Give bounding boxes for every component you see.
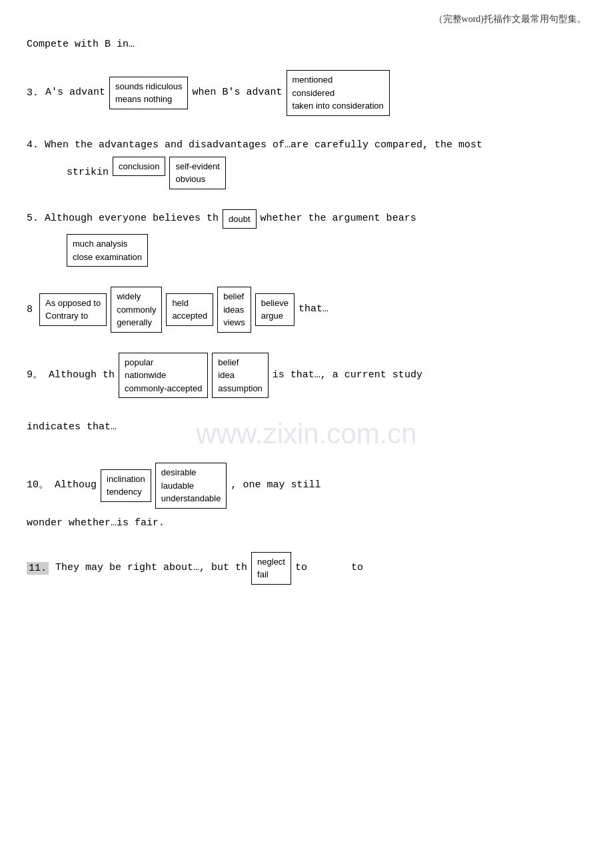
section-9-text1: 9。 Although th	[27, 367, 115, 383]
section-8-box3-line1: held	[172, 297, 207, 310]
section-10-text2: , one may still	[231, 477, 320, 493]
section-8-text1: that…	[299, 301, 328, 317]
section-9-box1-line3: commonly-accepted	[125, 382, 202, 395]
section-9-box2-line2: idea	[218, 369, 262, 382]
section-9: 9。 Although th popular nationwide common…	[27, 353, 586, 399]
compete-line: Compete with B in…	[27, 39, 586, 50]
section-8-box4-line1: belief	[223, 290, 245, 303]
section-8-box2-line1: widely	[117, 290, 156, 303]
section-9-box1-line1: popular	[125, 356, 202, 369]
section-8-box3: held accepted	[166, 293, 213, 326]
section-10-box1-line1: inclination	[107, 473, 145, 486]
section-8-box4-line3: views	[223, 316, 245, 329]
section-3: 3. A's advant sounds ridiculous means no…	[27, 70, 586, 116]
section-10-box2: desirable laudable understandable	[155, 463, 227, 509]
section-10-box1: inclination tendency	[101, 469, 151, 502]
section-8-box1: As opposed to Contrary to	[39, 293, 107, 326]
section-8-box4: belief ideas views	[217, 287, 251, 333]
section-10-box2-line2: laudable	[161, 479, 221, 493]
section-4-box2-line2: obvious	[175, 173, 219, 186]
section-4-text2: strikin	[67, 165, 109, 181]
section-11-box1-line1: neglect	[257, 555, 285, 569]
section-4: 4. When the advantages and disadvantages…	[27, 136, 586, 189]
section-9-box1: popular nationwide commonly-accepted	[119, 353, 208, 399]
section-5-box2: much analysis close examination	[67, 234, 148, 267]
section-10: 10。 Althoug inclination tendency desirab…	[27, 463, 586, 532]
section-11-num: 11.	[27, 562, 49, 575]
section-10-box2-line1: desirable	[161, 466, 221, 479]
section-11-box1-line2: fail	[257, 568, 285, 581]
section-9-text2: is that…, a current study	[273, 367, 422, 383]
section-3-box2-line3: taken into consideration	[293, 99, 384, 113]
section-3-box2-line2: considered	[293, 87, 384, 100]
section-4-box2-line1: self-evident	[175, 160, 219, 173]
section-8-box5: believe argue	[255, 293, 295, 326]
section-8-box5-line2: argue	[261, 309, 289, 323]
section-3-text1: A's advant	[45, 85, 105, 101]
section-8-box1-line2: Contrary to	[45, 309, 101, 323]
section-9-box2-line3: assumption	[218, 382, 262, 395]
section-9-box2: belief idea assumption	[212, 353, 268, 399]
section-8-box2-line3: generally	[117, 316, 156, 329]
indicates-text: indicates that…	[27, 418, 586, 436]
section-5-text2: whether the argument bears	[261, 211, 416, 227]
section-4-box1-line1: conclusion	[119, 160, 159, 173]
section-3-box1: sounds ridiculous means nothing	[109, 77, 188, 109]
top-right-label: （完整word)托福作文最常用句型集。	[27, 13, 586, 25]
section-11-text1: They may be right about…, but th	[55, 560, 247, 576]
section-5-box1-line1: doubt	[229, 213, 251, 226]
section-10-text1: 10。 Althoug	[27, 477, 97, 493]
section-8-num: 8	[27, 304, 33, 315]
section-3-text2: when B's advant	[192, 85, 282, 101]
section-3-box1-line2: means nothing	[115, 93, 182, 106]
section-8-box4-line2: ideas	[223, 303, 245, 317]
indicates-line: indicates that…	[27, 418, 586, 436]
section-8-box2-line2: commonly	[117, 303, 156, 317]
section-11: 11. They may be right about…, but th neg…	[27, 552, 586, 585]
section-11-text4: to	[351, 560, 363, 576]
section-8-box1-line1: As opposed to	[45, 297, 101, 310]
wonder-text: wonder whether…is fair.	[27, 514, 586, 532]
section-4-box2: self-evident obvious	[169, 157, 225, 189]
section-11-text3	[311, 560, 347, 576]
section-3-box1-line1: sounds ridiculous	[115, 80, 182, 93]
section-4-box1: conclusion	[113, 157, 165, 177]
section-5-box2-line1: much analysis	[73, 237, 142, 251]
section-5-box1: doubt	[223, 209, 257, 229]
section-10-box2-line3: understandable	[161, 492, 221, 505]
section-9-box2-line1: belief	[218, 356, 262, 369]
section-5-box2-line2: close examination	[73, 251, 142, 264]
section-8: 8 As opposed to Contrary to widely commo…	[27, 287, 586, 333]
section-10-box1-line2: tendency	[107, 485, 145, 499]
section-11-text2: to	[295, 560, 307, 576]
section-11-box1: neglect fail	[251, 552, 291, 585]
section-5-text1: 5. Although everyone believes th	[27, 211, 219, 227]
section-8-box5-line1: believe	[261, 297, 289, 310]
section-3-box2-line1: mentioned	[293, 73, 384, 87]
section-5: 5. Although everyone believes th doubt w…	[27, 209, 586, 267]
section-8-box3-line2: accepted	[172, 309, 207, 323]
section-3-num: 3.	[27, 87, 39, 99]
section-3-box2: mentioned considered taken into consider…	[287, 70, 390, 116]
section-4-text1: 4. When the advantages and disadvantages…	[27, 136, 586, 154]
section-9-box1-line2: nationwide	[125, 369, 202, 382]
section-8-box2: widely commonly generally	[111, 287, 162, 333]
